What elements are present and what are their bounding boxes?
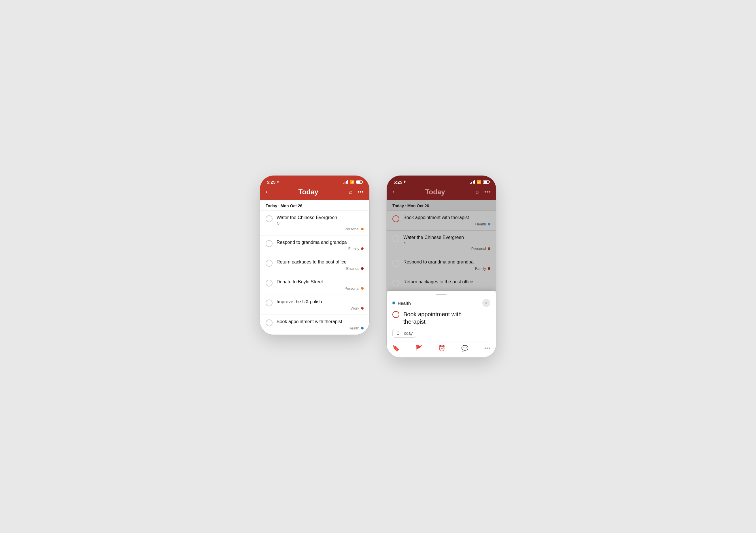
task-meta: Family [403, 266, 490, 271]
sheet-category-label: Health [392, 301, 411, 306]
nav-title-1: Today [298, 188, 318, 196]
task-tag: Work [351, 306, 359, 310]
task-title: Water the Chinese Evergreen [403, 235, 490, 241]
task-checkbox[interactable] [266, 299, 273, 306]
task-title: Book appointment with therapist [403, 215, 490, 221]
bookmark-action[interactable]: 🔖 [392, 345, 400, 352]
task-body: Return packages to the post office [403, 279, 490, 285]
status-bar-1: 5:25 ⬆ 📶 [260, 176, 369, 187]
task-checkbox[interactable] [266, 320, 273, 326]
content-1: Today · Mon Oct 26 Water the Chinese Eve… [260, 200, 369, 335]
task-item[interactable]: Respond to grandma and grandpa Family [387, 255, 496, 275]
search-button-2[interactable]: ⌕ [476, 188, 479, 195]
search-button-1[interactable]: ⌕ [349, 188, 352, 195]
task-item[interactable]: Respond to grandma and grandpa Family [260, 236, 369, 255]
repeat-icon: ↻ [403, 241, 490, 245]
location-icon: ⬆ [277, 180, 279, 184]
task-body: Water the Chinese Evergreen ↻ Personal [277, 215, 364, 231]
nav-title-2: Today [425, 188, 445, 196]
wifi-icon: 📶 [350, 180, 354, 184]
sheet-task-row: Book appointment withtherapist [392, 310, 490, 325]
date-header-1: Today · Mon Oct 26 [260, 200, 369, 211]
task-tag: Personal [472, 246, 486, 251]
sheet-actions: 🔖 🚩 ⏰ 💬 ••• [392, 342, 490, 352]
task-title: Donate to Boyle Street [277, 279, 364, 285]
status-icons-1: 📶 [343, 180, 363, 184]
back-button-2[interactable]: ‹ [392, 188, 394, 196]
task-list-1: Water the Chinese Evergreen ↻ Personal R… [260, 211, 369, 335]
task-meta: Errands [277, 266, 364, 271]
task-item[interactable]: Water the Chinese Evergreen ↻ Personal [260, 211, 369, 236]
tag-dot [488, 223, 490, 225]
tag-dot [361, 247, 364, 250]
tag-dot [361, 228, 364, 230]
wifi-icon-2: 📶 [476, 180, 481, 184]
task-item[interactable]: Return packages to the post office Erran… [260, 255, 369, 275]
task-checkbox[interactable] [266, 260, 273, 266]
category-dot [392, 301, 395, 304]
phone-2: 5:25 ⬆ 📶 ‹ Today ⌕ ••• Tod [387, 176, 496, 357]
tag-dot [361, 307, 364, 310]
more-button-1[interactable]: ••• [358, 188, 364, 195]
sheet-task-checkbox[interactable] [392, 311, 399, 318]
task-body: Respond to grandma and grandpa Family [403, 259, 490, 271]
sheet-task-title: Book appointment withtherapist [403, 310, 462, 325]
nav-actions-1: ⌕ ••• [349, 188, 364, 195]
tag-dot [488, 267, 490, 270]
task-item[interactable]: Improve the UX polish Work [260, 295, 369, 315]
nav-bar-1: ‹ Today ⌕ ••• [260, 187, 369, 200]
task-meta: Family [277, 246, 364, 251]
task-body: Book appointment with therapist Health [277, 319, 364, 330]
task-title: Water the Chinese Evergreen [277, 215, 364, 221]
status-bar-2: 5:25 ⬆ 📶 [387, 176, 496, 187]
more-action[interactable]: ••• [484, 345, 490, 352]
flag-action[interactable]: 🚩 [416, 345, 423, 352]
nav-bar-2: ‹ Today ⌕ ••• [387, 187, 496, 200]
task-checkbox[interactable] [392, 260, 399, 266]
task-meta: Work [277, 306, 364, 310]
task-meta: Health [277, 326, 364, 330]
task-item[interactable]: Return packages to the post office [387, 275, 496, 291]
back-button-1[interactable]: ‹ [266, 188, 268, 196]
task-title: Book appointment with therapist [277, 319, 364, 325]
task-item[interactable]: Book appointment with therapist Health [260, 315, 369, 335]
battery-icon [356, 181, 363, 183]
task-meta: Personal [277, 227, 364, 231]
task-tag: Errands [346, 266, 359, 271]
task-meta: Health [403, 222, 490, 226]
task-meta: Personal [403, 246, 490, 251]
task-tag: Family [475, 266, 486, 271]
task-tag: Personal [344, 227, 359, 231]
scene: 5:25 ⬆ 📶 ‹ Today ⌕ ••• Tod [260, 176, 496, 357]
task-checkbox[interactable] [266, 240, 273, 247]
task-title: Respond to grandma and grandpa [277, 239, 364, 246]
battery-icon-2 [483, 181, 489, 183]
task-body: Return packages to the post office Erran… [277, 259, 364, 271]
task-item[interactable]: Donate to Boyle Street Personal [260, 275, 369, 295]
status-time-2: 5:25 ⬆ [393, 180, 406, 184]
sheet-date-badge[interactable]: 🗓 Today [392, 329, 416, 338]
comment-action[interactable]: 💬 [461, 345, 469, 352]
task-checkbox[interactable] [392, 215, 399, 222]
sheet-handle [436, 294, 446, 295]
task-tag: Family [348, 246, 359, 251]
sheet-close-button[interactable]: × [482, 299, 490, 307]
status-time-1: 5:25 ⬆ [267, 180, 279, 184]
alarm-action[interactable]: ⏰ [438, 345, 446, 352]
repeat-icon: ↻ [277, 221, 364, 226]
task-item[interactable]: Book appointment with therapist Health [387, 211, 496, 231]
task-body: Book appointment with therapist Health [403, 215, 490, 226]
task-body: Improve the UX polish Work [277, 299, 364, 310]
task-body: Donate to Boyle Street Personal [277, 279, 364, 291]
task-checkbox[interactable] [266, 280, 273, 287]
task-item[interactable]: Water the Chinese Evergreen ↻ Personal [387, 231, 496, 255]
task-meta: Personal [277, 286, 364, 291]
signal-icon [343, 180, 348, 183]
more-button-2[interactable]: ••• [484, 188, 490, 195]
task-tag: Health [348, 326, 359, 330]
task-checkbox[interactable] [392, 280, 399, 287]
task-tag: Personal [344, 286, 359, 291]
task-checkbox[interactable] [392, 235, 399, 242]
task-checkbox[interactable] [266, 215, 273, 222]
task-tag: Health [475, 222, 486, 226]
